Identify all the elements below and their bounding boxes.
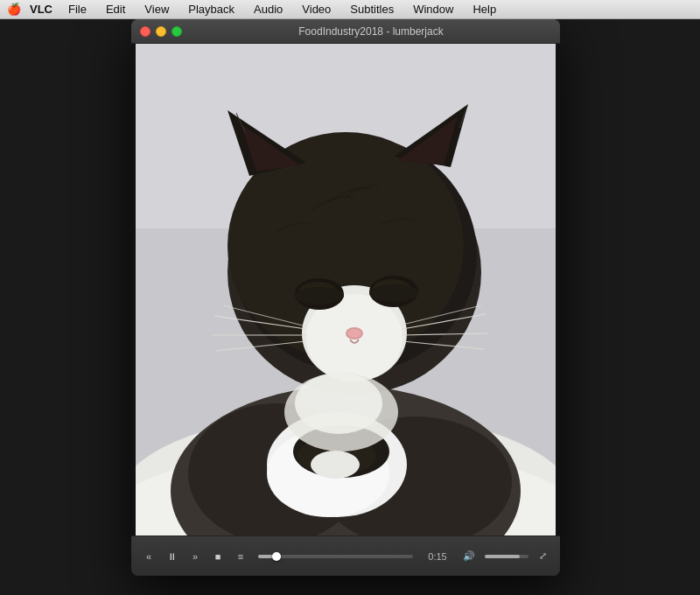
volume-icon[interactable]: 🔊 [458, 548, 480, 564]
svg-point-24 [295, 287, 344, 304]
vlc-window: FoodIndustry2018 - lumberjack [131, 19, 560, 576]
video-area[interactable] [131, 44, 560, 536]
play-pause-button[interactable]: ⏸ [163, 549, 181, 564]
volume-fill [485, 555, 520, 558]
controls-bar: « ⏸ » ■ ≡ 0:15 🔊 ⤢ [131, 536, 560, 576]
menu-file[interactable]: File [65, 2, 90, 17]
menu-bar: 🍎 VLC File Edit View Playback Audio Vide… [0, 0, 700, 19]
svg-point-38 [311, 451, 360, 479]
close-button[interactable] [140, 26, 150, 37]
playlist-button[interactable]: ≡ [232, 549, 249, 564]
rewind-button[interactable]: « [140, 549, 158, 564]
svg-point-27 [347, 329, 361, 338]
fast-forward-button[interactable]: » [186, 549, 204, 564]
traffic-lights [140, 26, 182, 37]
progress-knob[interactable] [272, 552, 281, 561]
progress-bar[interactable] [258, 555, 413, 558]
stop-button[interactable]: ■ [209, 549, 227, 564]
apple-logo-icon[interactable]: 🍎 [7, 3, 21, 16]
menu-view[interactable]: View [141, 2, 172, 17]
menu-video[interactable]: Video [298, 2, 334, 17]
window-title: FoodIndustry2018 - lumberjack [191, 25, 551, 38]
menu-help[interactable]: Help [469, 2, 500, 17]
menu-playback[interactable]: Playback [185, 2, 238, 17]
video-frame [136, 44, 556, 536]
minimize-button[interactable] [156, 26, 166, 37]
maximize-button[interactable] [172, 26, 182, 37]
title-bar: FoodIndustry2018 - lumberjack [131, 19, 560, 44]
play-icon: ⏸ [167, 551, 177, 562]
fullscreen-button[interactable]: ⤢ [534, 548, 551, 564]
svg-point-40 [295, 373, 382, 434]
menu-edit[interactable]: Edit [102, 2, 129, 17]
menu-audio[interactable]: Audio [250, 2, 286, 17]
menu-app-name[interactable]: VLC [30, 3, 52, 16]
time-display: 0:15 [422, 551, 453, 562]
menu-window[interactable]: Window [410, 2, 457, 17]
menu-subtitles[interactable]: Subtitles [346, 2, 397, 17]
volume-bar[interactable] [485, 555, 528, 558]
svg-point-25 [369, 284, 418, 302]
